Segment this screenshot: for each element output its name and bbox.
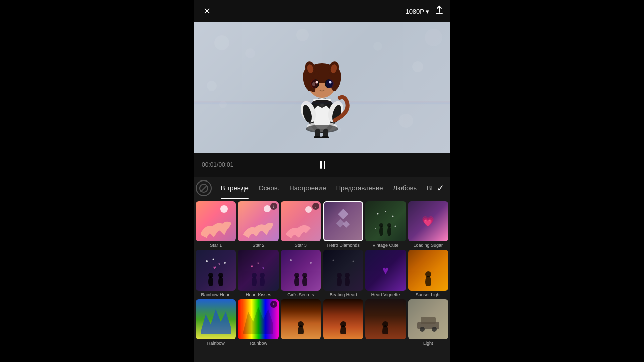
filter-thumb-vintage bbox=[365, 201, 406, 241]
filter-rainbow-landscape[interactable]: Rainbow bbox=[196, 299, 236, 346]
svg-point-36 bbox=[385, 211, 386, 212]
filter-thumb-heart-kisses: ♥ ♥ ♥ bbox=[238, 250, 278, 290]
filter-thumb-rainbow2 bbox=[238, 299, 278, 339]
svg-point-60 bbox=[294, 273, 299, 278]
tab-trending[interactable]: В тренде bbox=[216, 177, 254, 199]
tab-performance[interactable]: Представление bbox=[331, 177, 388, 199]
svg-point-43 bbox=[206, 260, 208, 262]
svg-text:♥: ♥ bbox=[257, 262, 259, 265]
svg-point-55 bbox=[260, 273, 265, 278]
filter-heart-kisses[interactable]: ♥ ♥ ♥ Heart Kisses bbox=[238, 250, 278, 297]
filter-thumb-beating-heart bbox=[323, 250, 363, 290]
filter-heart-vignette[interactable]: ♥ Heart Vignette bbox=[365, 250, 406, 297]
filter-light[interactable]: Light bbox=[408, 299, 448, 346]
pause-button[interactable] bbox=[320, 161, 325, 169]
svg-point-63 bbox=[290, 259, 292, 261]
filter-thumb-rainbow-heart: ♥ ♥ bbox=[196, 250, 236, 290]
svg-point-68 bbox=[345, 273, 350, 278]
tab-basic[interactable]: Основ. bbox=[254, 177, 285, 199]
svg-text:♥: ♥ bbox=[213, 265, 216, 270]
filter-label-girls-secrets: Girl's Secrets bbox=[281, 292, 321, 297]
svg-point-81 bbox=[420, 327, 425, 332]
svg-point-4 bbox=[306, 125, 338, 133]
filter-rainbow2[interactable]: Rainbow bbox=[238, 299, 278, 346]
filter-row-2: ♥ ♥ Rainbow Heart bbox=[196, 250, 448, 297]
filter-thumb-loading: 💗 bbox=[408, 201, 448, 241]
tab-list: В тренде Основ. Настроение Представление… bbox=[216, 177, 433, 199]
svg-point-70 bbox=[353, 260, 354, 262]
svg-point-62 bbox=[302, 273, 307, 278]
filter-row-1: Star 1 Star 2 bbox=[196, 201, 448, 248]
svg-point-45 bbox=[213, 258, 214, 260]
filter-retro[interactable]: Retro Diamonds bbox=[323, 201, 363, 248]
filter-row-3: Rainbow Rainbow bbox=[196, 299, 448, 346]
filter-beating-heart[interactable]: Beating Heart bbox=[323, 250, 363, 297]
timeline-bar: 00:01/00:01 bbox=[194, 153, 450, 177]
character-preview bbox=[282, 32, 362, 143]
filter-thumb-rainbow-landscape bbox=[196, 299, 236, 339]
tab-mood[interactable]: Настроение bbox=[284, 177, 331, 199]
filter-thumb-retro bbox=[323, 201, 363, 241]
filter-thumb-orange-sky2 bbox=[323, 299, 363, 339]
filter-girls-secrets[interactable]: Girl's Secrets bbox=[281, 250, 321, 297]
svg-point-49 bbox=[218, 273, 223, 278]
svg-rect-0 bbox=[436, 13, 443, 14]
no-effect-button[interactable] bbox=[196, 180, 212, 196]
filter-dark-sky[interactable] bbox=[365, 299, 406, 346]
filter-thumb-light bbox=[408, 299, 448, 339]
pause-bar-left bbox=[320, 161, 322, 169]
filter-tabs: В тренде Основ. Настроение Представление… bbox=[194, 177, 450, 199]
filter-orange-sky1[interactable] bbox=[281, 299, 321, 346]
svg-point-28 bbox=[320, 104, 324, 107]
svg-point-40 bbox=[379, 223, 383, 227]
svg-point-38 bbox=[375, 228, 376, 229]
filter-star2[interactable]: Star 2 bbox=[238, 201, 278, 248]
svg-point-74 bbox=[298, 321, 304, 327]
filter-label-rainbow-heart: Rainbow Heart bbox=[196, 292, 236, 297]
svg-rect-7 bbox=[314, 136, 321, 138]
no-effect-icon bbox=[199, 184, 208, 193]
upload-button[interactable] bbox=[434, 5, 444, 18]
svg-point-26 bbox=[310, 79, 318, 88]
filter-thumb-star3 bbox=[281, 201, 321, 241]
filter-label-light: Light bbox=[408, 341, 448, 346]
header: ✕ 1080P ▾ bbox=[194, 0, 450, 22]
svg-point-37 bbox=[395, 226, 396, 227]
svg-rect-80 bbox=[421, 317, 436, 324]
svg-point-34 bbox=[377, 213, 379, 215]
filter-orange-sky2[interactable] bbox=[323, 299, 363, 346]
svg-point-72 bbox=[425, 271, 431, 277]
filter-thumb-dark-sky bbox=[365, 299, 406, 339]
download-badge-star2 bbox=[270, 203, 277, 210]
confirm-button[interactable]: ✓ bbox=[433, 183, 448, 194]
filter-rainbow-heart[interactable]: ♥ ♥ Rainbow Heart bbox=[196, 250, 236, 297]
app-container: ✕ 1080P ▾ bbox=[194, 0, 450, 362]
svg-point-42 bbox=[387, 223, 391, 227]
filter-star3[interactable]: Star 3 bbox=[281, 201, 321, 248]
tab-bling[interactable]: Bling bbox=[422, 177, 433, 199]
filter-label-vintage: Vintage Cute bbox=[365, 243, 406, 248]
play-controls[interactable] bbox=[320, 161, 325, 169]
tab-love[interactable]: Любовь bbox=[388, 177, 422, 199]
download-badge-rainbow2 bbox=[270, 301, 277, 308]
resolution-button[interactable]: 1080P ▾ bbox=[405, 8, 429, 15]
close-button[interactable]: ✕ bbox=[200, 6, 214, 17]
filter-star1[interactable]: Star 1 bbox=[196, 201, 236, 248]
svg-rect-8 bbox=[321, 136, 329, 138]
svg-point-78 bbox=[382, 321, 388, 327]
filter-label-loading: Loading Sugar bbox=[408, 243, 448, 248]
header-right: 1080P ▾ bbox=[405, 5, 444, 18]
filter-loading[interactable]: 💗 Loading Sugar bbox=[408, 201, 448, 248]
filter-sunset-light[interactable]: Sunset Light bbox=[408, 250, 448, 297]
svg-text:♥: ♥ bbox=[262, 266, 264, 270]
filter-label-retro: Retro Diamonds bbox=[323, 243, 363, 248]
filter-thumb-heart-vignette: ♥ bbox=[365, 250, 406, 290]
filter-label-heart-vignette: Heart Vignette bbox=[365, 292, 406, 297]
filter-thumb-orange-sky1 bbox=[281, 299, 321, 339]
filter-label-heart-kisses: Heart Kisses bbox=[238, 292, 278, 297]
filter-grid: Star 1 Star 2 bbox=[194, 199, 450, 362]
svg-point-41 bbox=[387, 226, 391, 236]
filter-label-sunset-light: Sunset Light bbox=[408, 292, 448, 297]
filter-vintage[interactable]: Vintage Cute bbox=[365, 201, 406, 248]
svg-point-82 bbox=[432, 327, 437, 332]
